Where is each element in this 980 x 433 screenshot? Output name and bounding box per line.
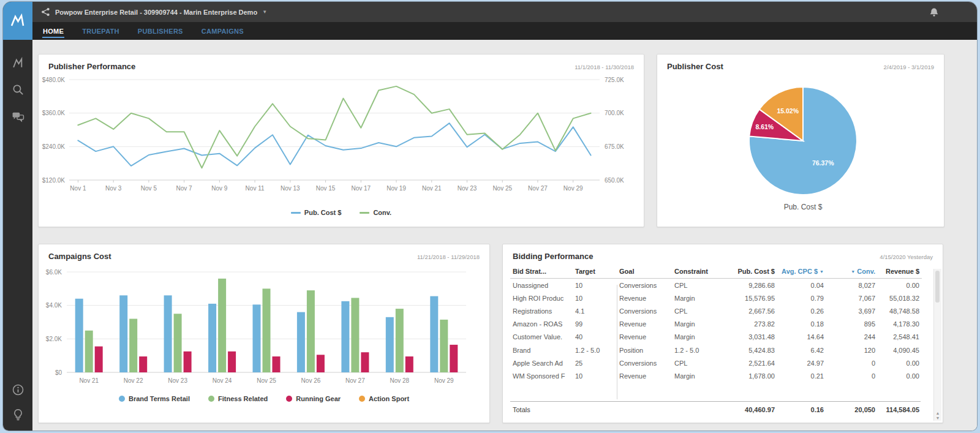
marin-mark-icon[interactable]: [11, 56, 24, 69]
lightbulb-icon[interactable]: [11, 407, 24, 421]
panel-title: Publisher Cost: [667, 62, 723, 71]
table-cell: 0.00: [878, 356, 922, 369]
table-cell: High ROI Produc: [510, 292, 573, 304]
scroll-up-arrow[interactable]: ▲: [936, 411, 940, 415]
app-window: Powpow Enterprise Retail - 309909744 - M…: [3, 2, 977, 431]
legend-item[interactable]: Running Gear: [286, 395, 341, 402]
table-row[interactable]: Amazon - ROAS99RevenueMargin273.820.1889…: [510, 318, 922, 331]
table-cell: 0.21: [777, 369, 826, 382]
table-cell: Conversions: [617, 304, 672, 317]
table-cell: 4,090.45: [878, 344, 922, 356]
table-cell: 10: [573, 279, 617, 292]
table-cell: 25: [573, 356, 617, 369]
svg-text:Nov 25: Nov 25: [492, 185, 512, 192]
column-header-pub-cost[interactable]: Pub. Cost $: [725, 265, 777, 279]
dashboard: Publisher Performance 11/1/2018 - 11/30/…: [32, 40, 977, 431]
svg-text:675.0K: 675.0K: [605, 143, 624, 150]
table-cell: 99: [573, 318, 617, 331]
sort-desc-icon: ▼: [820, 269, 824, 274]
legend-item[interactable]: Action Sport: [359, 395, 409, 402]
table-cell: 0.00: [878, 369, 922, 382]
table-cell: 5,424.83: [725, 344, 777, 356]
legend-item[interactable]: Fitness Related: [208, 395, 268, 402]
table-row[interactable]: Apple Search Ad25ConversionsCPL2,521.642…: [510, 356, 922, 369]
svg-text:Nov 27: Nov 27: [345, 377, 365, 384]
table-row[interactable]: WM Sponsored F10RevenueMargin1,678.000.2…: [510, 369, 922, 382]
column-header-constraint[interactable]: Constraint: [672, 265, 725, 279]
column-header-target[interactable]: Target: [573, 265, 617, 279]
table-cell: 0.04: [777, 279, 826, 292]
panel-date-range: 11/1/2018 - 11/30/2018: [575, 64, 634, 70]
svg-text:Nov 15: Nov 15: [316, 185, 336, 192]
table-cell: Customer Value.: [510, 331, 573, 344]
table-cell: CPL: [672, 356, 725, 369]
chat-icon[interactable]: [11, 110, 24, 123]
svg-text:Nov 5: Nov 5: [141, 185, 157, 192]
table-cell: 2,667.56: [725, 304, 777, 317]
tab-truepath[interactable]: TRUEPATH: [81, 23, 120, 39]
table-cell: 4.1: [573, 304, 617, 317]
table-cell: 0.79: [777, 292, 826, 304]
svg-text:$360.0K: $360.0K: [42, 110, 66, 116]
table-cell: 7,067: [826, 292, 878, 304]
table-row[interactable]: Unassigned10ConversionsCPL9,286.680.048,…: [510, 279, 922, 292]
publisher-performance-line-chart: $480.0K725.0K$360.0K700.0K$240.0K675.0K$…: [39, 72, 644, 208]
legend-item[interactable]: Conv.: [360, 209, 391, 216]
table-cell: 9,286.68: [725, 279, 777, 292]
publisher-cost-pie-chart: 76.37%8.61%15.02%Pub. Cost $: [657, 72, 944, 219]
svg-text:15.02%: 15.02%: [777, 107, 799, 115]
sidebar: [3, 2, 32, 431]
table-cell: 55,018.32: [878, 292, 922, 304]
search-icon[interactable]: [11, 83, 24, 96]
notifications-bell-icon[interactable]: [929, 7, 939, 17]
tab-campaigns[interactable]: CAMPAIGNS: [201, 23, 244, 39]
legend-item[interactable]: Pub. Cost $: [291, 209, 342, 216]
svg-text:Nov 17: Nov 17: [351, 185, 371, 192]
account-selector[interactable]: Powpow Enterprise Retail - 309909744 - M…: [55, 9, 257, 16]
legend-item[interactable]: Brand Terms Retail: [119, 395, 190, 402]
svg-text:Nov 9: Nov 9: [211, 185, 228, 192]
caret-down-icon[interactable]: ▼: [262, 9, 267, 15]
totals-value: [672, 402, 725, 418]
svg-text:Nov 3: Nov 3: [105, 185, 122, 192]
table-cell: Conversions: [617, 356, 672, 369]
scrollbar-thumb[interactable]: [935, 271, 940, 303]
column-header-goal[interactable]: Goal: [617, 265, 672, 279]
tab-publishers[interactable]: PUBLISHERS: [137, 23, 184, 39]
scroll-down-arrow[interactable]: ▼: [936, 416, 940, 420]
table-cell: Revenue: [617, 331, 672, 344]
table-scrollbar[interactable]: ▲ ▼: [933, 269, 941, 421]
table-row[interactable]: Registrations4.1ConversionsCPL2,667.560.…: [510, 304, 922, 317]
publisher-cost-card: Publisher Cost 2/4/2019 - 3/1/2019 76.37…: [657, 54, 944, 227]
bidding-performance-table: Bid Strat...TargetGoalConstraintPub. Cos…: [510, 265, 922, 383]
title-bar: Powpow Enterprise Retail - 309909744 - M…: [32, 2, 977, 22]
table-cell: 0.18: [777, 318, 826, 331]
svg-text:Nov 11: Nov 11: [246, 185, 265, 192]
svg-text:700.0K: 700.0K: [605, 110, 624, 116]
primary-nav: HOMETRUEPATHPUBLISHERSCAMPAIGNS: [32, 22, 977, 40]
table-row[interactable]: High ROI Produc10RevenueMargin15,576.950…: [510, 292, 922, 304]
table-row[interactable]: Brand1.2 - 5.0Position1.2 - 5.05,424.836…: [510, 344, 922, 356]
column-header-avg-cpc[interactable]: Avg. CPC $ ▼: [777, 265, 826, 279]
tab-home[interactable]: HOME: [42, 23, 64, 39]
column-header-revenue[interactable]: Revenue $: [878, 265, 922, 279]
svg-text:Nov 29: Nov 29: [434, 377, 454, 384]
column-header-conv[interactable]: ▼ Conv.: [826, 265, 878, 279]
svg-text:$6.0K: $6.0K: [46, 269, 62, 276]
table-cell: 10: [573, 369, 617, 382]
column-header-bid-strat[interactable]: Bid Strat...: [510, 265, 573, 279]
table-cell: 1.2 - 5.0: [573, 344, 617, 356]
svg-text:Nov 1: Nov 1: [70, 185, 86, 192]
marin-logo[interactable]: [3, 2, 32, 40]
table-cell: Brand: [510, 344, 573, 356]
frozen-column-divider: [617, 285, 617, 399]
table-cell: 895: [826, 318, 878, 331]
svg-text:650.0K: 650.0K: [605, 177, 624, 184]
table-row[interactable]: Customer Value.40RevenueMargin3,031.4814…: [510, 331, 922, 344]
svg-text:Nov 23: Nov 23: [168, 377, 187, 384]
table-cell: 3,031.48: [725, 331, 777, 344]
svg-text:Nov 27: Nov 27: [528, 185, 548, 192]
table-cell: 40: [573, 331, 617, 344]
table-cell: 0: [826, 369, 878, 382]
info-icon[interactable]: [11, 383, 24, 396]
